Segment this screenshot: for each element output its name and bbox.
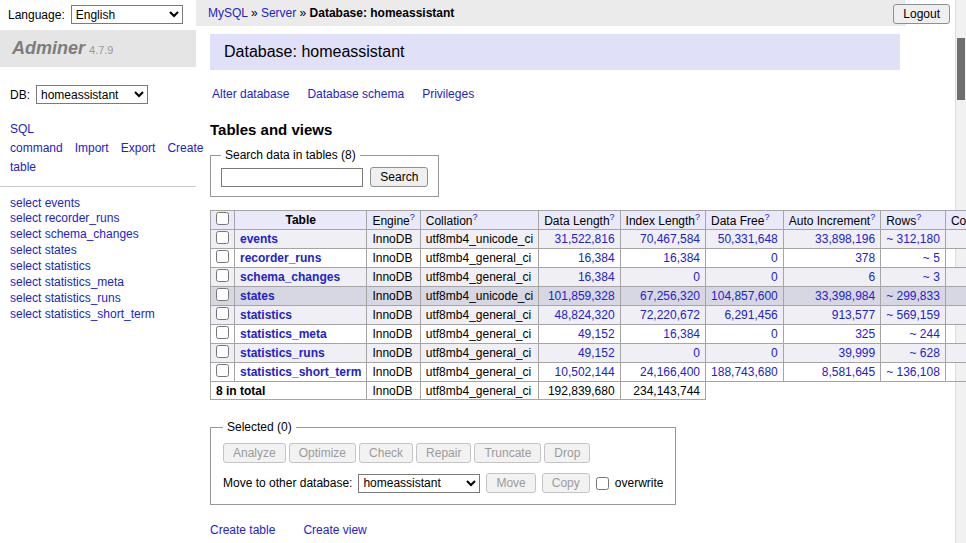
data-length-cell[interactable]: 48,824,320 — [539, 306, 620, 325]
create-link[interactable]: Create view — [303, 523, 366, 537]
index-length-cell[interactable]: 70,467,584 — [620, 230, 705, 249]
auto-increment-cell[interactable]: 33,898,196 — [783, 230, 880, 249]
data-free-cell[interactable]: 50,331,648 — [706, 230, 784, 249]
overwrite-checkbox[interactable] — [596, 477, 609, 490]
sidebar-select-link[interactable]: select states — [10, 243, 186, 258]
data-length-cell[interactable]: 101,859,328 — [539, 287, 620, 306]
data-length-cell[interactable]: 16,384 — [539, 268, 620, 287]
data-free-cell[interactable]: 104,857,600 — [706, 287, 784, 306]
row-checkbox[interactable] — [216, 307, 229, 320]
row-checkbox[interactable] — [216, 269, 229, 282]
row-checkbox[interactable] — [216, 364, 229, 377]
search-input[interactable] — [221, 168, 363, 187]
data-free-cell[interactable]: 6,291,456 — [706, 306, 784, 325]
help-link[interactable]: ? — [610, 212, 615, 222]
auto-increment-cell[interactable]: 378 — [783, 249, 880, 268]
rows-cell[interactable]: ~ 5 — [881, 249, 946, 268]
rows-cell[interactable]: ~ 299,833 — [881, 287, 946, 306]
index-length-cell[interactable]: 0 — [620, 344, 705, 363]
truncate-button[interactable]: Truncate — [474, 443, 541, 463]
sidebar-action-link[interactable]: Import — [75, 141, 109, 155]
row-checkbox[interactable] — [216, 326, 229, 339]
table-name-link[interactable]: statistics_short_term — [240, 365, 361, 379]
data-free-cell[interactable]: 188,743,680 — [706, 363, 784, 382]
auto-increment-cell[interactable]: 8,581,645 — [783, 363, 880, 382]
auto-increment-cell[interactable]: 325 — [783, 325, 880, 344]
rows-cell[interactable]: ~ 136,108 — [881, 363, 946, 382]
analyze-button[interactable]: Analyze — [223, 443, 286, 463]
index-length-cell[interactable]: 67,256,320 — [620, 287, 705, 306]
db-action-link[interactable]: Privileges — [422, 87, 474, 101]
data-free-cell[interactable]: 0 — [706, 325, 784, 344]
drop-button[interactable]: Drop — [544, 443, 590, 463]
sidebar-select-link[interactable]: select events — [10, 196, 186, 211]
help-link[interactable]: ? — [472, 212, 477, 222]
data-free-cell[interactable]: 0 — [706, 249, 784, 268]
adminer-logo-text[interactable]: Adminer — [12, 38, 85, 58]
search-button[interactable]: Search — [370, 167, 428, 187]
rows-cell[interactable]: ~ 628 — [881, 344, 946, 363]
check-button[interactable]: Check — [359, 443, 413, 463]
sidebar-action-link[interactable]: SQL command — [10, 122, 63, 155]
logout-button[interactable]: Logout — [893, 4, 950, 24]
optimize-button[interactable]: Optimize — [289, 443, 356, 463]
data-length-cell[interactable]: 49,152 — [539, 344, 620, 363]
index-length-cell[interactable]: 72,220,672 — [620, 306, 705, 325]
help-link[interactable]: ? — [695, 212, 700, 222]
sidebar-select-link[interactable]: select schema_changes — [10, 227, 186, 242]
select-all-checkbox[interactable] — [216, 212, 229, 225]
row-checkbox[interactable] — [216, 288, 229, 301]
rows-cell[interactable]: ~ 3 — [881, 268, 946, 287]
scrollbar-thumb[interactable] — [957, 38, 965, 100]
help-link[interactable]: ? — [764, 212, 769, 222]
data-length-cell[interactable]: 10,502,144 — [539, 363, 620, 382]
db-action-link[interactable]: Database schema — [307, 87, 404, 101]
data-free-cell[interactable]: 0 — [706, 344, 784, 363]
table-name-link[interactable]: recorder_runs — [240, 251, 321, 265]
data-length-cell[interactable]: 49,152 — [539, 325, 620, 344]
sidebar-select-link[interactable]: select recorder_runs — [10, 211, 186, 226]
sidebar-action-link[interactable]: Export — [121, 141, 156, 155]
table-name-link[interactable]: statistics_runs — [240, 346, 325, 360]
data-length-cell[interactable]: 31,522,816 — [539, 230, 620, 249]
data-length-cell[interactable]: 16,384 — [539, 249, 620, 268]
move-button[interactable]: Move — [486, 473, 535, 493]
row-checkbox[interactable] — [216, 345, 229, 358]
auto-increment-cell[interactable]: 39,999 — [783, 344, 880, 363]
rows-cell[interactable]: ~ 244 — [881, 325, 946, 344]
sidebar-select-link[interactable]: select statistics_runs — [10, 291, 186, 306]
language-select[interactable]: English — [71, 5, 183, 24]
index-length-cell[interactable]: 24,166,400 — [620, 363, 705, 382]
auto-increment-cell[interactable]: 913,577 — [783, 306, 880, 325]
copy-button[interactable]: Copy — [542, 473, 590, 493]
sidebar-select-link[interactable]: select statistics_meta — [10, 275, 186, 290]
help-link[interactable]: ? — [870, 212, 875, 222]
table-name-link[interactable]: states — [240, 289, 275, 303]
index-length-cell[interactable]: 0 — [620, 268, 705, 287]
breadcrumb-link[interactable]: MySQL — [208, 6, 248, 20]
create-link[interactable]: Create table — [210, 523, 275, 537]
db-select[interactable]: homeassistant — [36, 85, 148, 104]
repair-button[interactable]: Repair — [416, 443, 471, 463]
overwrite-label[interactable]: overwrite — [615, 476, 664, 490]
auto-increment-cell[interactable]: 6 — [783, 268, 880, 287]
rows-cell[interactable]: ~ 569,159 — [881, 306, 946, 325]
breadcrumb-link[interactable]: Server — [261, 6, 296, 20]
sidebar-select-link[interactable]: select statistics — [10, 259, 186, 274]
help-link[interactable]: ? — [410, 212, 415, 222]
row-checkbox[interactable] — [216, 250, 229, 263]
auto-increment-cell[interactable]: 33,398,984 — [783, 287, 880, 306]
index-length-cell[interactable]: 16,384 — [620, 325, 705, 344]
rows-cell[interactable]: ~ 312,180 — [881, 230, 946, 249]
data-free-cell[interactable]: 0 — [706, 268, 784, 287]
table-name-link[interactable]: statistics — [240, 308, 292, 322]
table-name-link[interactable]: schema_changes — [240, 270, 340, 284]
sidebar-select-link[interactable]: select statistics_short_term — [10, 307, 186, 322]
row-checkbox[interactable] — [216, 231, 229, 244]
table-name-link[interactable]: statistics_meta — [240, 327, 327, 341]
table-name-link[interactable]: events — [240, 232, 278, 246]
help-link[interactable]: ? — [916, 212, 921, 222]
index-length-cell[interactable]: 16,384 — [620, 249, 705, 268]
move-db-select[interactable]: homeassistant — [358, 474, 480, 493]
db-action-link[interactable]: Alter database — [212, 87, 289, 101]
